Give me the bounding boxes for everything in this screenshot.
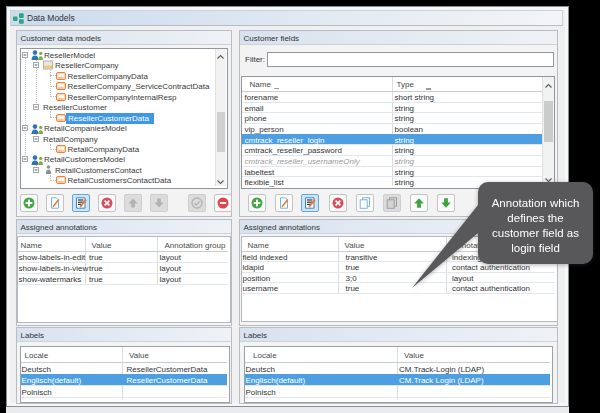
svg-text:Annotation which: Annotation which — [492, 197, 580, 209]
svg-text:customer field as: customer field as — [492, 227, 579, 239]
svg-text:defines the: defines the — [507, 212, 563, 224]
svg-text:login field: login field — [511, 242, 560, 254]
